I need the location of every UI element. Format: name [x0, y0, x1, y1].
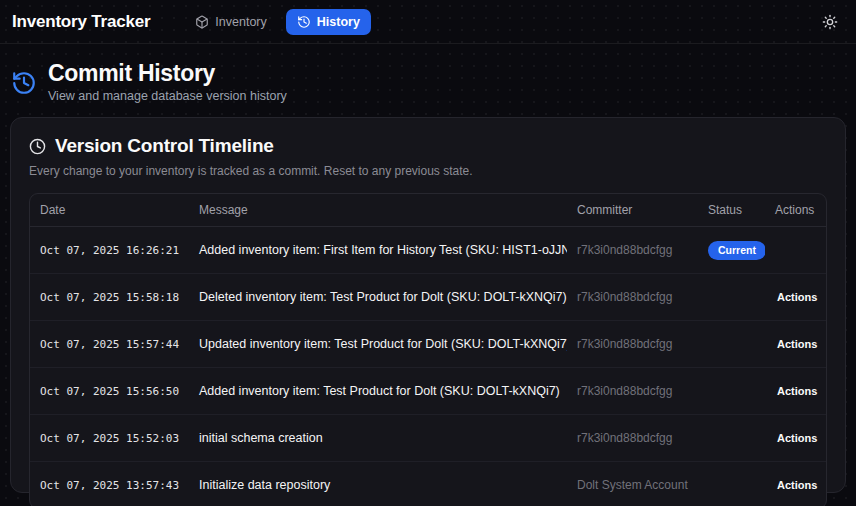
commit-message: Updated inventory item: Test Product for…: [189, 321, 567, 368]
commit-message: initial schema creation: [189, 415, 567, 462]
column-header-actions: Actions: [765, 194, 826, 227]
theme-toggle-button[interactable]: [818, 10, 842, 34]
app-title: Inventory Tracker: [12, 12, 150, 32]
commit-table-head: Date Message Committer Status Actions: [30, 194, 826, 227]
commit-row: Oct 07, 2025 15:57:44 Updated inventory …: [30, 321, 826, 368]
commit-date: Oct 07, 2025 16:26:21: [30, 227, 189, 274]
commit-status-cell: [698, 415, 765, 462]
commit-committer: Dolt System Account: [567, 462, 698, 506]
commit-row: Oct 07, 2025 13:57:43 Initialize data re…: [30, 462, 826, 506]
status-badge: Current: [708, 241, 765, 260]
sun-icon: [822, 14, 838, 30]
commit-actions-cell: Actions: [765, 321, 826, 368]
commit-status-cell: [698, 368, 765, 415]
history-icon: [297, 15, 311, 29]
row-actions-button[interactable]: Actions: [775, 428, 819, 448]
commit-status-cell: [698, 321, 765, 368]
version-control-card: Version Control Timeline Every change to…: [10, 117, 846, 493]
commit-status-cell: Current: [698, 227, 765, 274]
commit-message: Initialize data repository: [189, 462, 567, 506]
commit-actions-cell: [765, 227, 826, 274]
clock-icon: [29, 138, 46, 155]
commit-date: Oct 07, 2025 15:52:03: [30, 415, 189, 462]
card-title: Version Control Timeline: [55, 135, 274, 157]
commit-row: Oct 07, 2025 15:58:18 Deleted inventory …: [30, 274, 826, 321]
nav-tab-history[interactable]: History: [286, 9, 371, 35]
commit-message: Added inventory item: Test Product for D…: [189, 368, 567, 415]
nav-tab-history-label: History: [317, 15, 360, 29]
commit-actions-cell: Actions: [765, 415, 826, 462]
commit-status-cell: [698, 462, 765, 506]
commit-date: Oct 07, 2025 15:56:50: [30, 368, 189, 415]
commit-table-body: Oct 07, 2025 16:26:21 Added inventory it…: [30, 227, 826, 506]
card-subtitle: Every change to your inventory is tracke…: [29, 164, 827, 178]
commit-committer: r7k3i0nd88bdcfgg: [567, 227, 698, 274]
page-subtitle: View and manage database version history: [48, 89, 287, 103]
commit-table-container: Date Message Committer Status Actions Oc…: [29, 193, 827, 506]
row-actions-button[interactable]: Actions: [775, 287, 819, 307]
commit-date: Oct 07, 2025 13:57:43: [30, 462, 189, 506]
commit-committer: r7k3i0nd88bdcfgg: [567, 368, 698, 415]
commit-actions-cell: Actions: [765, 462, 826, 506]
commit-committer: r7k3i0nd88bdcfgg: [567, 321, 698, 368]
commit-date: Oct 07, 2025 15:57:44: [30, 321, 189, 368]
commit-actions-cell: Actions: [765, 274, 826, 321]
row-actions-button[interactable]: Actions: [775, 334, 819, 354]
commit-row: Oct 07, 2025 15:56:50 Added inventory it…: [30, 368, 826, 415]
column-header-message: Message: [189, 194, 567, 227]
history-icon: [11, 70, 37, 96]
page-title: Commit History: [48, 61, 287, 86]
commit-row: Oct 07, 2025 16:26:21 Added inventory it…: [30, 227, 826, 274]
page-header-text: Commit History View and manage database …: [48, 61, 287, 103]
commit-table: Date Message Committer Status Actions Oc…: [30, 194, 826, 506]
topbar: Inventory Tracker Inventory History: [0, 0, 856, 44]
commit-message: Added inventory item: First Item for His…: [189, 227, 567, 274]
commit-status-cell: [698, 274, 765, 321]
row-actions-button[interactable]: Actions: [775, 475, 819, 495]
column-header-status: Status: [698, 194, 765, 227]
commit-committer: r7k3i0nd88bdcfgg: [567, 274, 698, 321]
row-actions-button[interactable]: Actions: [775, 381, 819, 401]
card-title-row: Version Control Timeline: [29, 135, 827, 157]
commit-message: Deleted inventory item: Test Product for…: [189, 274, 567, 321]
commit-row: Oct 07, 2025 15:52:03 initial schema cre…: [30, 415, 826, 462]
commit-actions-cell: Actions: [765, 368, 826, 415]
column-header-committer: Committer: [567, 194, 698, 227]
nav-tab-inventory[interactable]: Inventory: [184, 9, 277, 35]
commit-committer: r7k3i0nd88bdcfgg: [567, 415, 698, 462]
package-icon: [195, 15, 209, 29]
commit-date: Oct 07, 2025 15:58:18: [30, 274, 189, 321]
main-nav: Inventory History: [184, 9, 371, 35]
nav-tab-inventory-label: Inventory: [215, 15, 266, 29]
page-header: Commit History View and manage database …: [0, 44, 856, 103]
column-header-date: Date: [30, 194, 189, 227]
